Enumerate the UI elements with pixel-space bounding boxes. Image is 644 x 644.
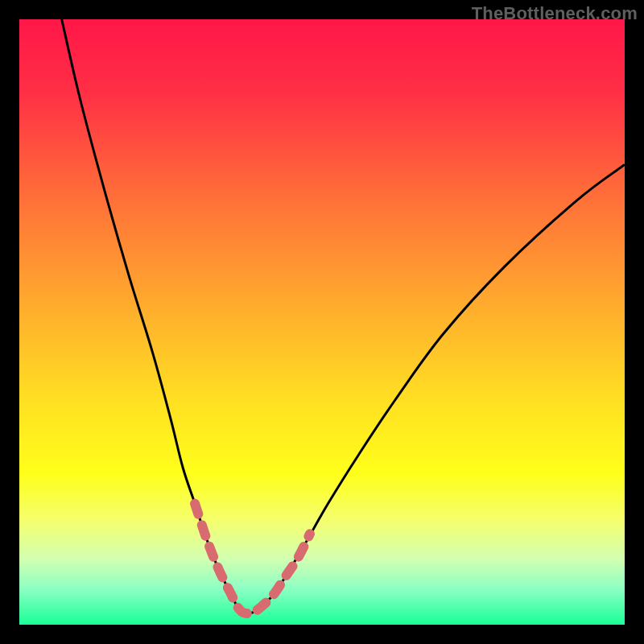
highlight-segment [195, 504, 310, 613]
outer-frame: TheBottleneck.com [0, 0, 644, 644]
curve-layer [19, 19, 625, 625]
bottleneck-curve [62, 19, 625, 613]
plot-area [19, 19, 625, 625]
